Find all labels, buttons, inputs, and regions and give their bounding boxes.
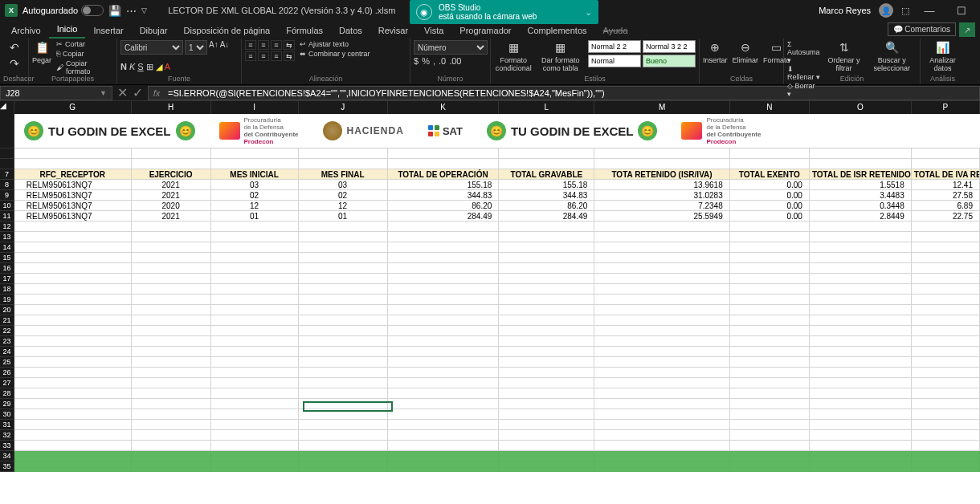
cell[interactable]	[810, 159, 912, 169]
cell[interactable]	[211, 232, 299, 242]
cancel-formula-icon[interactable]: ✕	[117, 85, 128, 100]
cell[interactable]	[594, 284, 729, 295]
table-cell[interactable]: 155.18	[499, 180, 594, 190]
cell[interactable]	[211, 409, 299, 420]
cell[interactable]	[912, 399, 980, 409]
cell[interactable]	[211, 315, 299, 326]
cell[interactable]	[388, 378, 500, 388]
cell[interactable]	[912, 441, 980, 451]
table-cell[interactable]: RELM950613NQ7	[14, 190, 132, 201]
cell[interactable]	[594, 409, 729, 420]
cell[interactable]	[730, 159, 810, 169]
table-header[interactable]: MES INICIAL	[211, 169, 299, 180]
cell[interactable]	[388, 232, 500, 242]
cell[interactable]	[912, 159, 980, 169]
cell[interactable]	[810, 388, 912, 399]
comments-button[interactable]: 💬 Comentarios	[888, 22, 956, 36]
cell[interactable]	[912, 336, 980, 347]
cell[interactable]	[211, 388, 299, 399]
cell[interactable]	[299, 232, 388, 242]
cell[interactable]	[388, 347, 500, 357]
col-header-G[interactable]: G	[14, 101, 132, 114]
italic-button[interactable]: K	[129, 62, 135, 72]
analyze-data-button[interactable]: 📊Analizar datos	[924, 40, 962, 72]
cell[interactable]	[499, 222, 594, 232]
font-selector[interactable]: Calibri	[120, 40, 183, 55]
tab-archivo[interactable]: Archivo	[3, 22, 49, 39]
cell[interactable]	[14, 253, 132, 263]
table-cell[interactable]: 155.18	[388, 180, 500, 190]
cell[interactable]	[730, 368, 810, 378]
format-painter-button[interactable]: 🖌Copiar formato	[56, 59, 113, 75]
table-cell[interactable]: 27.58	[912, 190, 980, 201]
cell[interactable]	[594, 430, 729, 441]
cell[interactable]	[299, 378, 388, 388]
cell[interactable]	[211, 430, 299, 441]
cell[interactable]	[499, 284, 594, 295]
cell[interactable]	[14, 368, 132, 378]
table-cell[interactable]: 2020	[132, 201, 211, 211]
delete-cells-button[interactable]: ⊖Eliminar	[733, 40, 759, 64]
cell[interactable]	[299, 159, 388, 169]
cell[interactable]	[499, 347, 594, 357]
col-header-L[interactable]: L	[499, 101, 594, 114]
tab-insertar[interactable]: Insertar	[85, 22, 131, 39]
cell[interactable]	[912, 347, 980, 357]
cell[interactable]	[388, 263, 500, 274]
cell[interactable]	[730, 409, 810, 420]
cell[interactable]	[14, 326, 132, 336]
cell[interactable]	[388, 336, 500, 347]
cell[interactable]	[594, 222, 729, 232]
cell[interactable]	[299, 388, 388, 399]
col-header-H[interactable]: H	[132, 101, 211, 114]
cell[interactable]	[132, 420, 211, 430]
table-cell[interactable]: 86.20	[499, 201, 594, 211]
cell[interactable]	[132, 148, 211, 159]
col-header-O[interactable]: O	[810, 101, 912, 114]
fill-color-button[interactable]: ◢	[156, 62, 162, 72]
cell[interactable]	[730, 295, 810, 305]
table-cell[interactable]: 12	[299, 201, 388, 211]
cell[interactable]	[14, 347, 132, 357]
cell[interactable]	[912, 295, 980, 305]
cell[interactable]	[594, 368, 729, 378]
table-cell[interactable]: 1.5518	[810, 180, 912, 190]
cell[interactable]	[810, 326, 912, 336]
obs-notification[interactable]: ◉ OBS Studio está usando la cámara web ⌄	[410, 0, 598, 24]
cell[interactable]	[132, 441, 211, 451]
underline-button[interactable]: S	[137, 62, 143, 72]
table-header[interactable]: EJERCICIO	[132, 169, 211, 180]
table-cell[interactable]: 344.83	[388, 190, 500, 201]
cell[interactable]	[810, 222, 912, 232]
cut-button[interactable]: ✂Cortar	[56, 40, 113, 48]
cell[interactable]	[388, 274, 500, 284]
cell[interactable]	[388, 420, 500, 430]
cell[interactable]	[499, 420, 594, 430]
cell[interactable]	[810, 148, 912, 159]
percent-icon[interactable]: %	[422, 56, 430, 66]
cell[interactable]	[499, 263, 594, 274]
cell[interactable]	[388, 222, 500, 232]
cell[interactable]	[730, 274, 810, 284]
cell[interactable]	[810, 336, 912, 347]
cell[interactable]	[594, 148, 729, 159]
cell[interactable]	[810, 420, 912, 430]
table-header[interactable]: MES FINAL	[299, 169, 388, 180]
cell[interactable]	[132, 253, 211, 263]
tab-vista[interactable]: Vista	[416, 22, 451, 39]
user-avatar[interactable]: 👤	[879, 3, 893, 18]
cell[interactable]	[388, 159, 500, 169]
tab-datos[interactable]: Datos	[331, 22, 370, 39]
cell[interactable]	[499, 378, 594, 388]
cell[interactable]	[810, 253, 912, 263]
copy-button[interactable]: ⎘Copiar	[56, 50, 113, 58]
cell[interactable]	[912, 326, 980, 336]
cell[interactable]	[810, 274, 912, 284]
cell[interactable]	[132, 315, 211, 326]
cell[interactable]	[388, 253, 500, 263]
cell[interactable]	[299, 242, 388, 253]
cell[interactable]	[211, 253, 299, 263]
cell[interactable]	[594, 263, 729, 274]
cell[interactable]	[594, 305, 729, 315]
cell[interactable]	[594, 388, 729, 399]
